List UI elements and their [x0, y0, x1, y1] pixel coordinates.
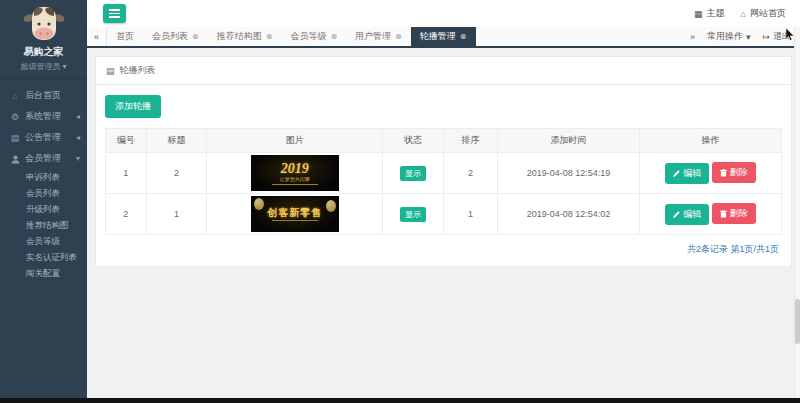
sidebar-item-label: 系统管理	[25, 110, 61, 123]
theme-link[interactable]: ▦ 主题	[694, 7, 725, 20]
mouse-cursor	[786, 28, 795, 41]
col-header-status: 状态	[383, 129, 444, 153]
status-badge: 显示	[400, 207, 426, 222]
tab-user-management[interactable]: 用户管理 ⊗	[346, 27, 411, 46]
theme-icon: ▦	[694, 9, 703, 19]
home-icon: ⌂	[10, 91, 20, 101]
site-home-label: 网站首页	[750, 7, 786, 20]
submenu-item-realname-list[interactable]: 实名认证列表	[0, 249, 87, 265]
sidebar-item-announcements[interactable]: ▤ 公告管理 ◂	[0, 127, 87, 148]
col-header-actions: 操作	[640, 129, 782, 153]
sidebar-item-label: 会员管理	[25, 152, 61, 165]
sidebar-toggle-button[interactable]	[103, 4, 126, 23]
col-header-time: 添加时间	[498, 129, 640, 153]
cell-time: 2019-04-08 12:54:02	[498, 194, 640, 235]
tab-label: 会员等级	[290, 30, 326, 43]
panel-title: 轮播列表	[120, 64, 156, 77]
cell-sort: 1	[443, 194, 497, 235]
edit-button[interactable]: 编辑	[665, 204, 709, 225]
table-row: 1 2 2019 让梦想共闪耀 显示 2 2019	[106, 153, 782, 194]
tab-label: 轮播管理	[420, 30, 456, 43]
cell-title: 1	[146, 194, 207, 235]
user-icon	[10, 153, 20, 163]
sidebar-item-members[interactable]: 会员管理 ▾	[0, 148, 87, 169]
bottom-strip	[0, 398, 800, 403]
add-carousel-button[interactable]: 添加轮播	[105, 95, 161, 118]
submenu-item-member-list[interactable]: 会员列表	[0, 185, 87, 201]
common-operations-label: 常用操作	[707, 30, 743, 43]
status-badge: 显示	[400, 166, 426, 181]
sidebar: 易购之家 超级管理员 ▾ ⌂ 后台首页 ⚙ 系统管理 ◂ ▤ 公告管理 ◂ 会员…	[0, 0, 87, 398]
panel-header: ▤ 轮播列表	[96, 57, 791, 85]
cell-title: 2	[146, 153, 207, 194]
gear-icon: ⚙	[10, 112, 20, 122]
submenu-item-referral-tree[interactable]: 推荐结构图	[0, 217, 87, 233]
carousel-panel: ▤ 轮播列表 添加轮播 编号 标题 图片 状态	[95, 56, 792, 267]
banner-text: 2019	[281, 162, 309, 176]
banner-image-maker-retail: 创客新零售	[251, 196, 339, 232]
brand-block: 易购之家 超级管理员 ▾	[0, 0, 87, 79]
tab-label: 推荐结构图	[217, 30, 262, 43]
scrollbar-thumb[interactable]	[795, 299, 800, 344]
pencil-icon	[673, 170, 680, 177]
edit-button[interactable]: 编辑	[665, 163, 709, 184]
delete-button[interactable]: 删除	[712, 162, 756, 183]
caret-down-icon: ▾	[63, 62, 67, 71]
cell-sort: 2	[443, 153, 497, 194]
brand-title: 易购之家	[0, 45, 87, 59]
chevron-left-icon: ◂	[76, 112, 80, 121]
tab-home[interactable]: 首页	[107, 27, 143, 46]
close-icon[interactable]: ⊗	[395, 32, 402, 41]
col-header-title: 标题	[146, 129, 207, 153]
cell-time: 2019-04-08 12:54:19	[498, 153, 640, 194]
banner-image-2019: 2019 让梦想共闪耀	[251, 155, 339, 191]
logout-icon: ↦	[762, 32, 770, 42]
tabs-scroll-right-button[interactable]: »	[690, 32, 695, 42]
caret-down-icon: ▾	[746, 32, 751, 42]
main-area: ▦ 主题 ⌂ 网站首页 « 首页 会员列表 ⊗ 推荐结构图 ⊗ 会员等级 ⊗ 用…	[87, 0, 800, 398]
home-icon: ⌂	[741, 9, 746, 19]
list-icon: ▤	[106, 66, 115, 76]
user-role[interactable]: 超级管理员 ▾	[0, 61, 87, 72]
submenu-item-appeals[interactable]: 申诉列表	[0, 169, 87, 185]
submenu-item-upgrades[interactable]: 升级列表	[0, 201, 87, 217]
sidebar-item-dashboard[interactable]: ⌂ 后台首页	[0, 85, 87, 106]
table-header-row: 编号 标题 图片 状态 排序 添加时间 操作	[106, 129, 782, 153]
col-header-sort: 排序	[443, 129, 497, 153]
top-bar: ▦ 主题 ⌂ 网站首页	[87, 0, 800, 27]
cell-id: 1	[106, 153, 147, 194]
members-submenu: 申诉列表 会员列表 升级列表 推荐结构图 会员等级 实名认证列表 闯关配置	[0, 169, 87, 285]
tab-label: 用户管理	[355, 30, 391, 43]
theme-label: 主题	[707, 7, 725, 20]
close-icon[interactable]: ⊗	[192, 32, 199, 41]
submenu-item-member-levels[interactable]: 会员等级	[0, 233, 87, 249]
vertical-scrollbar[interactable]	[794, 27, 800, 398]
common-operations-dropdown[interactable]: 常用操作 ▾	[707, 30, 751, 43]
sidebar-nav: ⌂ 后台首页 ⚙ 系统管理 ◂ ▤ 公告管理 ◂ 会员管理 ▾ 申诉列表 会员列…	[0, 85, 87, 285]
tab-member-levels[interactable]: 会员等级 ⊗	[281, 27, 346, 46]
chevron-down-icon: ▾	[76, 154, 80, 163]
sidebar-item-system[interactable]: ⚙ 系统管理 ◂	[0, 106, 87, 127]
pagination-summary: 共2条记录 第1页/共1页	[105, 235, 782, 258]
close-icon[interactable]: ⊗	[460, 32, 467, 41]
trash-icon	[720, 169, 727, 177]
tab-label: 会员列表	[152, 30, 188, 43]
cell-id: 2	[106, 194, 147, 235]
close-icon[interactable]: ⊗	[330, 32, 337, 41]
col-header-image: 图片	[207, 129, 383, 153]
chevron-left-icon: ◂	[76, 133, 80, 142]
tab-member-list[interactable]: 会员列表 ⊗	[143, 27, 208, 46]
tab-label: 首页	[116, 30, 134, 43]
carousel-table: 编号 标题 图片 状态 排序 添加时间 操作 1 2	[105, 128, 782, 235]
sidebar-item-label: 公告管理	[25, 131, 61, 144]
close-icon[interactable]: ⊗	[266, 32, 273, 41]
banner-text: 创客新零售	[267, 207, 322, 218]
table-row: 2 1 创客新零售 显示 1 2019-04-0	[106, 194, 782, 235]
file-icon: ▤	[10, 133, 20, 143]
tab-referral-tree[interactable]: 推荐结构图 ⊗	[208, 27, 282, 46]
tab-carousel-management[interactable]: 轮播管理 ⊗	[411, 27, 476, 46]
tabs-scroll-left-button[interactable]: «	[87, 27, 107, 46]
delete-button[interactable]: 删除	[712, 203, 756, 224]
submenu-item-gate-config[interactable]: 闯关配置	[0, 265, 87, 281]
site-home-link[interactable]: ⌂ 网站首页	[741, 7, 786, 20]
